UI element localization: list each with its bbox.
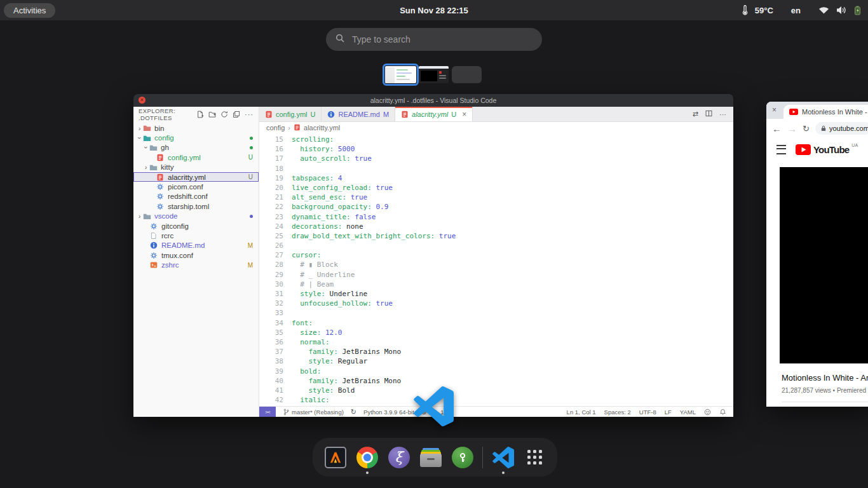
clock[interactable]: Sun Nov 28 22:15 bbox=[400, 6, 468, 15]
sync-icon[interactable]: ↻ bbox=[351, 408, 356, 416]
new-file-icon[interactable] bbox=[196, 111, 204, 118]
tree-item-rcrc[interactable]: rcrc bbox=[133, 231, 259, 240]
workspace-thumbnail-youtube[interactable] bbox=[419, 66, 449, 83]
code-line-17[interactable]: 17 auto_scroll: true bbox=[259, 154, 733, 163]
youtube-logo[interactable]: YouTube UA bbox=[796, 144, 858, 155]
code-line-26[interactable]: 26 bbox=[259, 241, 733, 250]
encoding[interactable]: UTF-8 bbox=[639, 409, 656, 416]
code-line-34[interactable]: 34font: bbox=[259, 318, 733, 328]
code-line-23[interactable]: 23dynamic_title: false bbox=[259, 212, 733, 222]
close-button[interactable]: × bbox=[139, 97, 146, 104]
dock-app-keepassxc[interactable] bbox=[451, 445, 474, 469]
vscode-titlebar[interactable]: × alacritty.yml - .dotfiles - Visual Stu… bbox=[133, 94, 733, 107]
code-line-41[interactable]: 41 style: Bold bbox=[259, 386, 733, 395]
editor-tab-README.md[interactable]: README.mdM bbox=[322, 107, 395, 121]
tree-item-zshrc[interactable]: zshrcM bbox=[133, 260, 259, 269]
git-branch-item[interactable]: master* (Rebasing) bbox=[283, 409, 344, 416]
code-line-25[interactable]: 25draw_bold_text_with_bright_colors: tru… bbox=[259, 231, 733, 241]
hamburger-menu-icon[interactable] bbox=[776, 145, 786, 154]
new-folder-icon[interactable] bbox=[208, 111, 216, 118]
more-actions-icon[interactable]: ··· bbox=[719, 111, 726, 118]
indentation[interactable]: Spaces: 2 bbox=[604, 409, 631, 416]
language-mode[interactable]: YAML bbox=[680, 409, 696, 416]
open-changes-icon[interactable]: ⇄ bbox=[693, 110, 698, 118]
eol[interactable]: LF bbox=[665, 409, 672, 416]
tree-item-alacritty.yml[interactable]: alacritty.ymlU bbox=[133, 172, 259, 182]
activities-button[interactable]: Activities bbox=[4, 3, 55, 18]
breadcrumb-folder[interactable]: config bbox=[266, 124, 285, 132]
code-line-35[interactable]: 35 size: 12.0 bbox=[259, 328, 733, 337]
tree-item-kitty[interactable]: ›kitty bbox=[133, 163, 259, 172]
code-line-28[interactable]: 28 # ▮ Block bbox=[259, 260, 733, 269]
tree-item-config[interactable]: ›config bbox=[133, 133, 259, 142]
tab-close-icon[interactable]: × bbox=[772, 105, 776, 114]
dock-app-vscode[interactable] bbox=[491, 445, 515, 469]
code-line-19[interactable]: 19tabspaces: 4 bbox=[259, 173, 733, 183]
yml-file-icon bbox=[294, 124, 301, 131]
dock-app-emacs[interactable]: ξ bbox=[387, 445, 410, 469]
remote-indicator[interactable]: >< bbox=[259, 407, 276, 417]
code-line-15[interactable]: 15scrolling: bbox=[259, 135, 733, 144]
refresh-icon[interactable] bbox=[220, 111, 228, 118]
cursor-position[interactable]: Ln 1, Col 1 bbox=[567, 409, 596, 416]
dock-app-files[interactable] bbox=[419, 445, 442, 469]
code-editor[interactable]: 15scrolling:16 history: 500017 auto_scro… bbox=[259, 133, 733, 406]
code-line-36[interactable]: 36 normal: bbox=[259, 337, 733, 347]
vscode-drag-icon[interactable] bbox=[414, 386, 454, 426]
code-line-20[interactable]: 20live_config_reload: true bbox=[259, 183, 733, 193]
more-actions-icon[interactable]: ··· bbox=[245, 111, 254, 118]
code-line-30[interactable]: 30 # | Beam bbox=[259, 280, 733, 289]
forward-icon[interactable]: → bbox=[787, 123, 797, 134]
code-line-31[interactable]: 31 style: Underline bbox=[259, 289, 733, 299]
code-line-16[interactable]: 16 history: 5000 bbox=[259, 144, 733, 154]
tree-item-gh[interactable]: ›gh bbox=[133, 143, 259, 152]
code-line-29[interactable]: 29 # _ Underline bbox=[259, 270, 733, 280]
tree-item-tmux.conf[interactable]: tmux.conf bbox=[133, 250, 259, 260]
notifications-bell-icon[interactable] bbox=[719, 409, 726, 416]
feedback-icon[interactable] bbox=[704, 409, 711, 416]
code-line-40[interactable]: 40 family: JetBrains Mono bbox=[259, 376, 733, 386]
tree-item-gitconfig[interactable]: gitconfig bbox=[133, 221, 259, 231]
tree-item-redshift.conf[interactable]: redshift.conf bbox=[133, 192, 259, 201]
code-line-18[interactable]: 18 bbox=[259, 164, 733, 173]
search-bar[interactable] bbox=[326, 28, 542, 51]
tree-item-bin[interactable]: ›bin bbox=[133, 123, 259, 133]
code-line-27[interactable]: 27cursor: bbox=[259, 250, 733, 260]
system-tray[interactable]: 59°C en bbox=[742, 0, 862, 20]
code-line-33[interactable]: 33 bbox=[259, 308, 733, 318]
search-input[interactable] bbox=[351, 34, 532, 45]
breadcrumb[interactable]: config › alacritty.yml bbox=[259, 122, 733, 133]
dock-app-alacritty[interactable] bbox=[323, 445, 347, 469]
tree-item-picom.conf[interactable]: picom.conf bbox=[133, 182, 259, 191]
back-icon[interactable]: ← bbox=[772, 123, 782, 134]
code-line-37[interactable]: 37 family: JetBrains Mono bbox=[259, 347, 733, 356]
editor-tab-alacritty.yml[interactable]: alacritty.ymlU× bbox=[395, 107, 473, 121]
editor-tab-config.yml[interactable]: config.ymlU bbox=[259, 107, 322, 121]
workspace-thumbnail-vscode[interactable] bbox=[385, 66, 416, 83]
tree-item-README.md[interactable]: README.mdM bbox=[133, 241, 259, 250]
code-line-21[interactable]: 21alt_send_esc: true bbox=[259, 193, 733, 202]
tree-item-starship.toml[interactable]: starship.toml bbox=[133, 201, 259, 211]
code-line-32[interactable]: 32 unfocused_hollow: true bbox=[259, 299, 733, 308]
chrome-active-tab[interactable]: Motionless In White - / bbox=[783, 105, 868, 119]
tree-item-vscode[interactable]: ›vscode bbox=[133, 212, 259, 221]
code-line-42[interactable]: 42 italic: bbox=[259, 395, 733, 405]
workspace-thumbnail-empty[interactable] bbox=[452, 66, 482, 83]
keyboard-layout[interactable]: en bbox=[791, 6, 801, 15]
close-tab-icon[interactable]: × bbox=[462, 110, 466, 119]
address-bar[interactable]: youtube.com/wa bbox=[815, 122, 868, 135]
code-line-38[interactable]: 38 style: Regular bbox=[259, 356, 733, 366]
video-player[interactable] bbox=[780, 167, 868, 363]
tree-item-config.yml[interactable]: config.ymlU bbox=[133, 152, 259, 162]
code-line-39[interactable]: 39 bold: bbox=[259, 367, 733, 376]
code-line-22[interactable]: 22background_opacity: 0.9 bbox=[259, 202, 733, 212]
dock-app-app-grid[interactable] bbox=[523, 445, 546, 469]
git-badge bbox=[250, 146, 253, 149]
reload-icon[interactable]: ↻ bbox=[803, 124, 810, 133]
split-editor-icon[interactable] bbox=[705, 110, 712, 118]
dock-app-chrome[interactable] bbox=[355, 445, 379, 469]
code-line-24[interactable]: 24decorations: none bbox=[259, 222, 733, 231]
python-interpreter[interactable]: Python 3.9.9 64-bit bbox=[363, 409, 414, 416]
breadcrumb-file[interactable]: alacritty.yml bbox=[304, 124, 340, 132]
collapse-folders-icon[interactable] bbox=[233, 111, 240, 118]
